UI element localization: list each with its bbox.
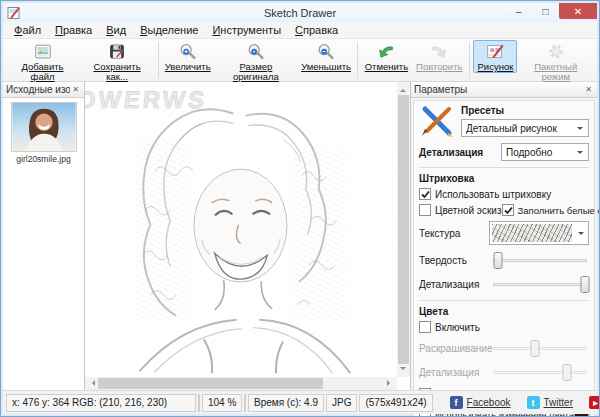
vertical-scrollbar[interactable] — [397, 82, 410, 377]
undo-label: Отменить — [365, 62, 408, 72]
batch-mode-label: Пакетный режим — [521, 62, 590, 83]
zoom-in-button[interactable]: Увеличить — [162, 40, 213, 73]
menu-bar: Файл Правка Вид Выделение Инструменты Сп… — [3, 22, 597, 39]
thumbnail-list: girl20smile.jpg — [3, 98, 84, 168]
scroll-left-icon[interactable] — [89, 380, 95, 386]
pencil-brush-icon — [419, 105, 455, 139]
source-panel-close-icon[interactable]: ✕ — [70, 85, 81, 94]
checkbox-box[interactable] — [419, 321, 431, 333]
redo-icon — [428, 42, 450, 62]
toolbar: Добавить файл Сохранить как... — [3, 39, 597, 82]
detail-value: Подробно — [506, 147, 552, 158]
checkbox-box[interactable] — [419, 188, 431, 200]
batch-gear-icon — [545, 42, 567, 62]
parameters-close-icon[interactable]: ✕ — [583, 85, 594, 94]
status-format: JPG — [326, 394, 357, 412]
chevron-down-icon — [577, 127, 583, 133]
use-hatching-checkbox[interactable]: Использовать штриховку — [419, 188, 589, 200]
hatch-detail-slider[interactable] — [491, 276, 589, 293]
youtube-link[interactable]: ▶ Youtube — [589, 396, 600, 409]
zoom-original-label: Размер оригинала — [217, 62, 294, 83]
hardness-slider[interactable] — [491, 252, 589, 269]
canvas-view[interactable]: OWERWS — [85, 82, 411, 390]
source-images-panel: Исходные изоб... ✕ — [3, 82, 85, 390]
detail-select[interactable]: Подробно — [501, 143, 589, 161]
vertical-scroll-thumb[interactable] — [398, 95, 409, 364]
parameters-title: Параметры — [414, 84, 583, 95]
parameters-header: Параметры ✕ — [411, 82, 597, 98]
youtube-icon: ▶ — [589, 396, 600, 409]
colorize-slider[interactable] — [491, 340, 589, 357]
hardness-slider-thumb[interactable] — [493, 252, 502, 269]
source-thumbnail[interactable] — [11, 102, 77, 152]
menu-edit[interactable]: Правка — [48, 23, 99, 37]
colors-detail-slider-thumb[interactable] — [563, 364, 572, 381]
save-as-button[interactable]: Сохранить как... — [79, 40, 155, 84]
save-as-label: Сохранить как... — [83, 62, 151, 83]
toolbar-group-history: Отменить Повторить — [361, 40, 467, 73]
add-file-button[interactable]: Добавить файл — [6, 40, 79, 84]
app-window: Sketch Drawer – □ ✕ Файл Правка Вид Выде… — [0, 0, 600, 417]
colors-detail-slider[interactable] — [491, 364, 589, 381]
undo-icon — [375, 42, 397, 62]
scroll-right-icon[interactable] — [387, 380, 393, 386]
social-links: f Facebook t Twitter ▶ Youtube — [450, 396, 600, 409]
colorize-slider-thumb[interactable] — [531, 340, 540, 357]
maximize-button[interactable]: □ — [532, 3, 559, 19]
horizontal-scroll-thumb[interactable] — [98, 378, 323, 389]
status-spacer — [198, 394, 200, 412]
status-bar: x: 476 y: 364 RGB: (210, 216, 230) 104 %… — [3, 390, 597, 414]
source-images-title: Исходные изоб... — [6, 84, 70, 95]
twitter-icon: t — [527, 396, 540, 409]
zoom-original-button[interactable]: Размер оригинала — [213, 40, 298, 84]
batch-mode-button[interactable]: Пакетный режим — [517, 40, 594, 84]
parameters-body: Пресеты Детальный рисунок Детализация По… — [413, 100, 595, 417]
menu-view[interactable]: Вид — [99, 23, 133, 37]
picture-mode-label: Рисунок — [478, 62, 514, 72]
texture-select[interactable] — [489, 221, 589, 245]
colors-detail-slider-row: Детализация — [419, 364, 589, 381]
presets-select[interactable]: Детальный рисунок — [461, 119, 589, 137]
scroll-down-icon[interactable] — [400, 367, 406, 373]
checkbox-box[interactable] — [502, 204, 514, 216]
picture-mode-button[interactable]: Рисунок — [473, 40, 517, 73]
zoom-out-button[interactable]: Уменьшить — [298, 40, 353, 73]
menu-tools[interactable]: Инструменты — [205, 23, 288, 37]
picture-icon — [484, 42, 506, 62]
fill-white-checkbox[interactable]: Заполнить белые области — [502, 204, 600, 216]
minimize-button[interactable]: – — [505, 3, 532, 19]
status-empty — [244, 394, 246, 412]
checkbox-box[interactable] — [419, 204, 431, 216]
status-time: Время (с): 4.9 — [248, 394, 324, 412]
parameters-panel: Параметры ✕ Пресеты Детальный рисунок — [411, 82, 597, 390]
menu-selection[interactable]: Выделение — [133, 23, 205, 37]
horizontal-scrollbar[interactable] — [85, 377, 397, 390]
menu-help[interactable]: Справка — [288, 23, 345, 37]
toolbar-group-file: Добавить файл Сохранить как... — [6, 40, 155, 84]
undo-button[interactable]: Отменить — [361, 40, 412, 73]
zoom-original-icon — [245, 42, 267, 62]
enable-colors-checkbox[interactable]: Включить — [419, 321, 589, 333]
toolbar-group-zoom: Увеличить Размер оригинала Умень — [162, 40, 354, 84]
hardness-label: Твердость — [419, 255, 491, 266]
chevron-down-icon — [577, 151, 583, 157]
workspace: Исходные изоб... ✕ — [3, 82, 597, 390]
color-sketch-checkbox[interactable]: Цветной эскиз — [419, 204, 502, 216]
facebook-link[interactable]: f Facebook — [450, 396, 511, 409]
add-file-label: Добавить файл — [10, 62, 75, 83]
status-dimensions: (575x491x24) — [359, 394, 432, 412]
hatch-detail-slider-row: Детализация — [419, 276, 589, 293]
twitter-link[interactable]: t Twitter — [527, 396, 573, 409]
watermark-text: OWERWS — [85, 86, 208, 113]
sketch-image[interactable]: OWERWS — [85, 82, 397, 374]
redo-button[interactable]: Повторить — [412, 40, 466, 73]
hatching-group: Штриховка Использовать штриховку Цветн — [419, 167, 589, 293]
menu-file[interactable]: Файл — [7, 23, 48, 37]
save-as-icon — [106, 42, 128, 62]
scroll-up-icon[interactable] — [400, 86, 406, 92]
hatch-detail-label: Детализация — [419, 279, 491, 290]
hatch-detail-slider-thumb[interactable] — [581, 276, 590, 293]
texture-label: Текстура — [419, 228, 489, 239]
close-button[interactable]: ✕ — [559, 3, 597, 19]
source-images-header: Исходные изоб... ✕ — [3, 82, 84, 98]
